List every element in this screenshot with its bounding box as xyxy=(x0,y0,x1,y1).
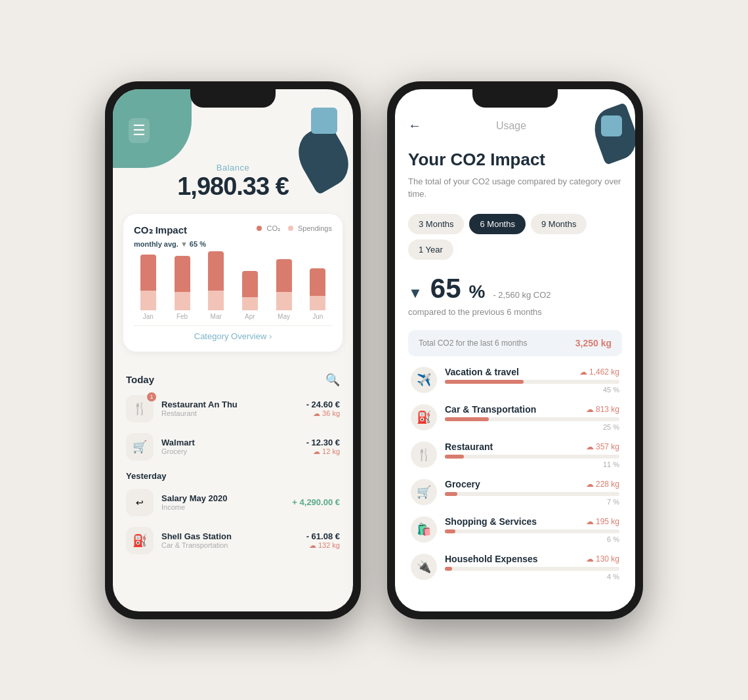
cat-info: Shopping & Services ☁ 195 kg 6 % xyxy=(445,516,619,543)
co2-chart: JanFebMarAprMayJun xyxy=(134,255,332,320)
bar-co2 xyxy=(140,255,156,291)
cat-percent: 45 % xyxy=(445,386,619,394)
impact-content: Your CO2 Impact The total of your CO2 us… xyxy=(395,136,635,581)
cat-percent: 11 % xyxy=(445,461,619,468)
period-tabs: 3 Months 6 Months 9 Months 1 Year xyxy=(408,214,622,260)
yesterday-label: Yesterday xyxy=(126,471,340,481)
restaurant-info: Restaurant An Thu Restaurant xyxy=(161,400,299,417)
menu-button[interactable]: ☰ xyxy=(129,118,150,143)
bar-container xyxy=(201,251,230,310)
transaction-walmart[interactable]: 🛒 Walmart Grocery - 12.30 € ☁ 12 kg xyxy=(126,433,340,461)
cat-header: Restaurant ☁ 357 kg xyxy=(445,442,619,452)
transaction-restaurant[interactable]: 🍴 1 Restaurant An Thu Restaurant - 24.60… xyxy=(126,395,340,422)
monthly-avg: monthly avg. ▼ 65 % xyxy=(134,240,332,248)
cat-name: Vacation & travel xyxy=(445,367,519,377)
salary-name: Salary May 2020 xyxy=(161,493,284,503)
compared-text: compared to the previous 6 months xyxy=(408,307,622,317)
notch-1 xyxy=(190,89,276,108)
balance-amount: 1,980.33 € xyxy=(129,173,337,201)
restaurant-co2: ☁ 36 kg xyxy=(306,409,340,418)
category-item-restaurant[interactable]: 🍴 Restaurant ☁ 357 kg 11 % xyxy=(408,442,622,468)
bar-label: Mar xyxy=(211,313,222,320)
progress-bar-fill xyxy=(445,492,457,496)
cat-percent: 7 % xyxy=(445,498,619,506)
progress-bar-bg xyxy=(445,380,619,384)
bar-co2 xyxy=(175,256,190,292)
cat-percent: 25 % xyxy=(445,423,619,431)
cat-name: Shopping & Services xyxy=(445,516,537,527)
progress-bar-bg xyxy=(445,492,619,496)
salary-info: Salary May 2020 Income xyxy=(161,493,284,511)
shell-co2: ☁ 132 kg xyxy=(306,541,340,550)
shell-type: Car & Transportation xyxy=(161,541,299,549)
cat-percent: 4 % xyxy=(445,573,619,581)
bar-spending xyxy=(140,291,156,310)
tab-6-months[interactable]: 6 Months xyxy=(469,214,525,234)
shell-amounts: - 61.08 € ☁ 132 kg xyxy=(306,531,340,550)
walmart-name: Walmart xyxy=(161,438,299,447)
bar-spending xyxy=(310,296,325,310)
transactions-section: Today 🔍 🍴 1 Restaurant An Thu Restaurant… xyxy=(113,362,353,575)
category-item-car-&-transportation[interactable]: ⛽ Car & Transportation ☁ 813 kg 25 % xyxy=(408,404,622,431)
progress-bar-fill xyxy=(445,380,524,384)
bar-label: Jan xyxy=(143,313,154,320)
bar-group-feb: Feb xyxy=(168,251,197,320)
tab-9-months[interactable]: 9 Months xyxy=(531,214,587,234)
co2-dot xyxy=(257,226,262,231)
shell-amount: - 61.08 € xyxy=(306,531,340,541)
progress-bar-fill xyxy=(445,455,464,459)
today-header: Today 🔍 xyxy=(126,373,340,387)
spending-dot xyxy=(288,226,293,231)
percent-display: ▼ 65 % - 2,560 kg CO2 xyxy=(408,273,622,304)
bar-container xyxy=(236,251,264,310)
percent-value: 65 xyxy=(430,273,461,304)
restaurant-amounts: - 24.60 € ☁ 36 kg xyxy=(306,400,340,418)
bar-group-mar: Mar xyxy=(201,251,230,320)
co2-sub-label: - 2,560 kg CO2 xyxy=(493,290,551,300)
category-item-household-expenses[interactable]: 🔌 Household Expenses ☁ 130 kg 4 % xyxy=(408,554,622,581)
phone-2: ← Usage Your CO2 Impact The total of you… xyxy=(387,81,643,619)
walmart-icon: 🛒 xyxy=(126,433,154,461)
usage-header-title: Usage xyxy=(496,120,526,132)
tab-1-year[interactable]: 1 Year xyxy=(408,239,453,260)
phone-1: ☰ Balance 1,980.33 € CO₂ Impact CO₂ Spen… xyxy=(105,81,361,619)
bar-spending xyxy=(242,297,258,310)
notch-2 xyxy=(472,89,558,108)
cat-percent: 6 % xyxy=(445,535,619,543)
cat-info: Household Expenses ☁ 130 kg 4 % xyxy=(445,554,619,581)
cat-name: Household Expenses xyxy=(445,554,538,564)
cat-info: Grocery ☁ 228 kg 7 % xyxy=(445,479,619,506)
blue-square-decoration xyxy=(311,108,337,134)
cat-header: Car & Transportation ☁ 813 kg xyxy=(445,404,619,415)
search-icon[interactable]: 🔍 xyxy=(325,373,340,387)
legend-spendings: Spendings xyxy=(288,224,332,233)
bar-container xyxy=(134,251,163,310)
cat-kg: ☁ 357 kg xyxy=(586,442,619,451)
category-item-vacation-&-travel[interactable]: ✈️ Vacation & travel ☁ 1,462 kg 45 % xyxy=(408,367,622,394)
co2-total-bar: Total CO2 for the last 6 months 3,250 kg xyxy=(408,330,622,356)
bar-container xyxy=(168,251,197,310)
bar-spending xyxy=(276,292,292,310)
category-overview-link[interactable]: Category Overview › xyxy=(134,325,332,341)
phone2-screen: ← Usage Your CO2 Impact The total of you… xyxy=(395,89,635,611)
tab-3-months[interactable]: 3 Months xyxy=(408,214,464,234)
transaction-salary[interactable]: ↩ Salary May 2020 Income + 4,290.00 € xyxy=(126,489,340,516)
category-item-grocery[interactable]: 🛒 Grocery ☁ 228 kg 7 % xyxy=(408,479,622,506)
bar-co2 xyxy=(276,259,292,292)
bar-label: Feb xyxy=(177,313,188,320)
shell-icon: ⛽ xyxy=(126,527,154,554)
phone1-screen: ☰ Balance 1,980.33 € CO₂ Impact CO₂ Spen… xyxy=(113,89,353,611)
co2-total-label: Total CO2 for the last 6 months xyxy=(419,339,527,348)
category-item-shopping-&-services[interactable]: 🛍️ Shopping & Services ☁ 195 kg 6 % xyxy=(408,516,622,543)
salary-icon: ↩ xyxy=(126,489,154,516)
back-button[interactable]: ← xyxy=(408,118,421,133)
bar-label: May xyxy=(278,313,290,320)
cat-icon: 🛍️ xyxy=(411,516,437,543)
cat-kg: ☁ 813 kg xyxy=(586,405,619,414)
progress-bar-bg xyxy=(445,455,619,459)
restaurant-type: Restaurant xyxy=(161,409,299,417)
transaction-shell[interactable]: ⛽ Shell Gas Station Car & Transportation… xyxy=(126,527,340,554)
restaurant-icon: 🍴 1 xyxy=(126,395,154,422)
phone2-header: ← Usage xyxy=(395,108,635,136)
down-arrow-icon: ▼ xyxy=(408,285,423,302)
